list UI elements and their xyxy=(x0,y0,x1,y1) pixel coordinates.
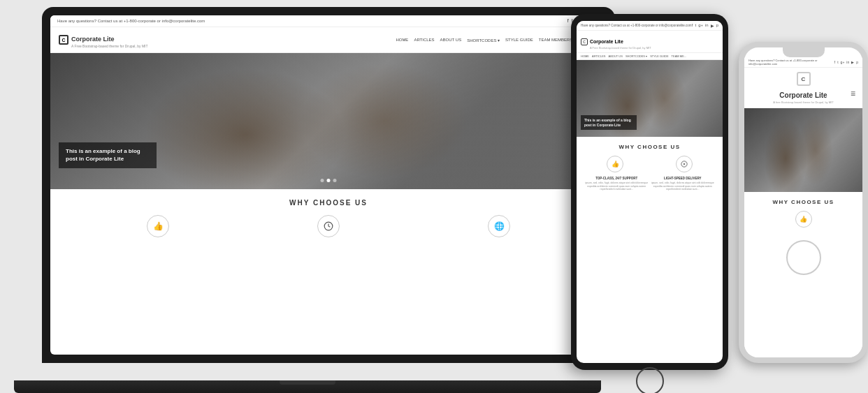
tablet-why-section: WHY CHOOSE US 👍 TOP-CLASS, 24/7 SUPPORT … xyxy=(577,137,723,198)
tablet-topbar: Have any questions? Contact us at +1-800… xyxy=(577,21,723,31)
t-support-label: TOP-CLASS, 24/7 SUPPORT xyxy=(585,177,648,180)
laptop-screen: Have any questions? Contact us at +1-800… xyxy=(50,15,607,355)
tablet-hero-caption: This is an example of a blog post in Cor… xyxy=(581,115,637,130)
phone-home-button[interactable] xyxy=(786,240,821,275)
laptop-hero: This is an example of a blog post in Cor… xyxy=(50,53,607,189)
laptop-hero-caption: This is an example of a blog post in Cor… xyxy=(59,142,157,168)
phone-header-wrapper: C Corporate Lite A free Bootstrap-based … xyxy=(744,68,862,108)
phone-why-title: WHY CHOOSE US xyxy=(750,199,857,205)
t-youtube-icon: ▶ xyxy=(711,23,714,28)
phone-hero-overlay xyxy=(744,108,862,192)
phone-device: Have any questions? Contact us at +1-800… xyxy=(739,42,868,363)
t-nav-articles[interactable]: ARTICLES xyxy=(592,54,606,58)
hero-dot-3 xyxy=(333,179,337,182)
logo-subtitle: A Free Bootstrap-based theme for Drupal,… xyxy=(71,44,148,48)
tablet-feature-delivery: LIGHT-SPEED DELIVERY ipsum, sed, odio, f… xyxy=(651,177,714,191)
phone-notch xyxy=(783,47,825,57)
t-nav-style[interactable]: STYLE GUIDE xyxy=(650,54,668,58)
laptop-logo: C Corporate Lite A Free Bootstrap-based … xyxy=(59,31,148,48)
p-twitter-icon: t xyxy=(837,60,838,64)
feature-icon-delivery xyxy=(317,215,340,237)
tablet-feature-labels: TOP-CLASS, 24/7 SUPPORT ipsum, sed, odio… xyxy=(581,177,718,191)
t-feature-icon-delivery xyxy=(676,156,693,172)
t-nav-home[interactable]: HOME xyxy=(581,54,589,58)
tablet-logo-sub: A Free Bootstrap-based theme for Drupal,… xyxy=(590,46,651,50)
hero-dots xyxy=(321,179,337,182)
tablet-logo-name: Corporate Lite xyxy=(590,39,623,44)
laptop-topbar-text: Have any questions? Contact us at +1-800… xyxy=(57,19,205,23)
laptop-why-section: WHY CHOOSE US 👍 🌐 xyxy=(50,189,607,244)
laptop-hero-image xyxy=(50,53,607,189)
tablet-hero: This is an example of a blog post in Cor… xyxy=(577,60,723,137)
t-delivery-text: ipsum, sed, odio, fugit, dolores atque s… xyxy=(651,181,714,191)
t-support-text: ipsum, sed, odio, fugit, dolores atque s… xyxy=(585,181,648,191)
t-nav-about[interactable]: ABOUT US xyxy=(609,54,623,58)
phone-screen: Have any questions? Contact us at +1-800… xyxy=(744,57,862,357)
p-pinterest-icon: p xyxy=(856,60,858,64)
tablet-social-icons: f t g+ in ▶ p xyxy=(692,23,718,28)
tablet-topbar-text: Have any questions? Contact us at +1-800… xyxy=(581,24,692,27)
laptop-base xyxy=(14,380,601,393)
hero-dot-1 xyxy=(321,179,324,182)
logo-text-block: Corporate Lite A Free Bootstrap-based th… xyxy=(71,31,148,48)
phone-logo-sub: A free Bootstrap-based theme for Drupal,… xyxy=(750,101,857,104)
laptop-features: 👍 🌐 xyxy=(59,215,598,237)
t-feature-icon-support: 👍 xyxy=(607,156,623,172)
t-twitter-icon: t xyxy=(695,23,696,28)
tablet-logo-icon: C xyxy=(581,38,588,45)
laptop-why-title: WHY CHOOSE US xyxy=(59,199,598,207)
t-pinterest-icon: p xyxy=(716,23,718,28)
phone-hero xyxy=(744,108,862,192)
tablet-logo: C Corporate Lite A Free Bootstrap-based … xyxy=(581,34,651,50)
tablet-header: C Corporate Lite A Free Bootstrap-based … xyxy=(577,31,723,53)
hero-people-overlay xyxy=(50,53,607,189)
phone-logo-icon: C xyxy=(797,72,811,86)
t-linkedin-icon: in xyxy=(705,23,709,28)
tablet-screen: Have any questions? Contact us at +1-800… xyxy=(577,21,723,363)
t-gplus-icon: g+ xyxy=(698,23,703,28)
hero-dot-2 xyxy=(327,179,331,182)
phone-topbar: Have any questions? Contact us at +1-800… xyxy=(744,57,862,68)
t-delivery-label: LIGHT-SPEED DELIVERY xyxy=(651,177,714,180)
tablet-logo-text-block: Corporate Lite A Free Bootstrap-based th… xyxy=(590,34,651,50)
tablet-home-button[interactable] xyxy=(636,367,664,393)
logo-icon: C xyxy=(59,35,68,45)
t-facebook-icon: f xyxy=(692,23,693,28)
t-nav-shortcodes[interactable]: SHORTCODES ▾ xyxy=(625,54,647,58)
nav-home[interactable]: HOME xyxy=(396,38,408,43)
tablet-feature-support: TOP-CLASS, 24/7 SUPPORT ipsum, sed, odio… xyxy=(585,177,648,191)
tablet-device: Have any questions? Contact us at +1-800… xyxy=(571,14,728,370)
feature-icon-global: 🌐 xyxy=(488,215,510,237)
t-nav-team[interactable]: TEAM ME... xyxy=(672,54,687,58)
logo-name: Corporate Lite xyxy=(71,36,115,43)
laptop-body: Have any questions? Contact us at +1-800… xyxy=(42,7,615,363)
nav-shortcodes[interactable]: SHORTCODES ▾ xyxy=(467,38,500,43)
nav-articles[interactable]: ARTICLES xyxy=(414,38,434,43)
laptop-device: Have any questions? Contact us at +1-800… xyxy=(0,0,608,393)
laptop-nav: HOME ARTICLES ABOUT US SHORTCODES ▾ STYL… xyxy=(396,38,598,43)
nav-about[interactable]: ABOUT US xyxy=(440,38,462,43)
phone-header: C Corporate Lite A free Bootstrap-based … xyxy=(744,68,862,108)
p-linkedin-icon: in xyxy=(846,60,849,64)
phone-why-section: WHY CHOOSE US 👍 xyxy=(744,192,862,235)
hamburger-menu-icon[interactable]: ≡ xyxy=(851,89,855,98)
nav-styleguide[interactable]: STYLE GUIDE xyxy=(505,38,533,43)
tablet-nav: HOME ARTICLES ABOUT US SHORTCODES ▾ STYL… xyxy=(577,53,723,60)
nav-team[interactable]: TEAM MEMBERS xyxy=(539,38,573,43)
feature-icon-support: 👍 xyxy=(147,215,169,237)
tablet-features: 👍 xyxy=(581,156,718,172)
phone-social-icons: f t g+ in ▶ p xyxy=(834,60,858,64)
phone-logo-name: Corporate Lite xyxy=(779,91,827,99)
tablet-why-title: WHY CHOOSE US xyxy=(581,144,718,150)
facebook-icon: f xyxy=(567,18,569,24)
scene: Have any questions? Contact us at +1-800… xyxy=(0,0,868,393)
p-gplus-icon: g+ xyxy=(841,60,845,64)
p-youtube-icon: ▶ xyxy=(851,60,854,64)
p-facebook-icon: f xyxy=(834,60,835,64)
phone-topbar-text: Have any questions? Contact us at +1-800… xyxy=(748,59,834,66)
laptop-header: C Corporate Lite A Free Bootstrap-based … xyxy=(50,27,607,53)
phone-feature-icon: 👍 xyxy=(795,211,812,228)
laptop-topbar: Have any questions? Contact us at +1-800… xyxy=(50,15,607,27)
